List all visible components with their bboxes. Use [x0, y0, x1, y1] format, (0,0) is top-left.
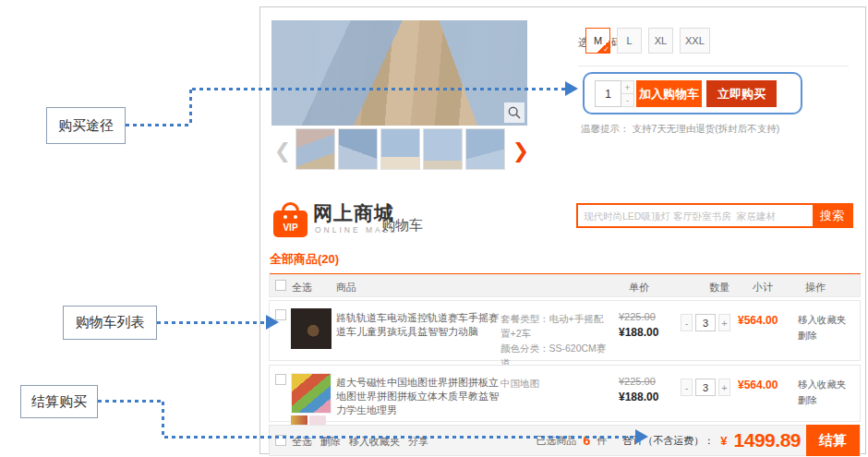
page-title: 购物车: [381, 217, 423, 235]
column-subtotal: 小计: [753, 281, 773, 295]
purchase-tip: 温馨提示： 支持7天无理由退货(拆封后不支持): [581, 123, 779, 136]
quantity-increase-button[interactable]: +: [621, 80, 634, 94]
product-specs: 中国地图: [500, 376, 609, 391]
dotted-connector: [98, 400, 163, 403]
column-quantity: 数量: [709, 281, 729, 295]
magnifier-icon: [507, 105, 522, 120]
logo-vip-text: VIP: [273, 222, 307, 233]
row-subtotal: ¥564.00: [738, 314, 778, 327]
thumbnail[interactable]: [380, 128, 420, 170]
quantity-stepper: + -: [621, 80, 634, 107]
row-actions: 移入收藏夹 删除: [798, 312, 847, 343]
dotted-connector: [162, 402, 164, 438]
spec-line: 套餐类型：电动+手摇配置+2车: [500, 311, 609, 341]
column-unit-price: 单价: [629, 281, 649, 295]
quantity-input[interactable]: [595, 80, 621, 107]
search-button[interactable]: 搜索: [813, 205, 851, 226]
row-actions: 移入收藏夹 删除: [798, 377, 847, 408]
product-image[interactable]: [291, 308, 332, 349]
cart-section-title: 全部商品(20): [270, 251, 861, 275]
shop-panel: ❮ ❯ 选择尺码: M ✓ L XL XXL + - 加入购物车 立即购买 温馨…: [259, 6, 866, 454]
price-original: ¥225.00: [619, 311, 656, 322]
add-to-cart-button[interactable]: 加入购物车: [636, 80, 702, 107]
checkout-button[interactable]: 结算: [806, 425, 860, 456]
column-select-all[interactable]: 全选: [292, 281, 312, 295]
mall-logo-bag-icon: VIP: [273, 202, 307, 237]
move-to-favorites-link[interactable]: 移入收藏夹: [798, 377, 847, 392]
thumbnail-strip: [295, 128, 508, 170]
arrow-right-icon: [565, 81, 578, 96]
quantity-value[interactable]: 3: [695, 314, 716, 331]
thumbnail[interactable]: [295, 128, 335, 170]
increase-button[interactable]: +: [718, 379, 730, 396]
total-value: 1499.89: [734, 429, 801, 451]
select-all-checkbox[interactable]: [275, 280, 286, 291]
thumbnail[interactable]: [423, 128, 463, 170]
price-current: ¥188.00: [619, 326, 658, 339]
row-checkbox[interactable]: [275, 374, 286, 385]
arrow-right-icon: [635, 429, 648, 444]
product-image[interactable]: [291, 373, 332, 414]
size-option-m[interactable]: M ✓: [585, 28, 610, 54]
size-options: M ✓ L XL XXL: [585, 28, 710, 54]
price-original: ¥225.00: [619, 376, 656, 387]
bag-dot: [294, 215, 297, 219]
delete-link[interactable]: 删除: [798, 328, 847, 343]
move-to-favorites-link[interactable]: 移入收藏夹: [798, 312, 847, 328]
cart-table-header: 全选 商品 单价 数量 小计 操作: [269, 274, 861, 297]
cart-row: 超大号磁性中国地图世界拼图拼板立地图世界拼图拼板立体木质早教益智力学生地理男 中…: [269, 365, 861, 422]
dotted-connector: [126, 124, 191, 126]
footer-summary: 已选商品 6 件 合计（不含运费）： ¥ 1499.89: [536, 426, 801, 455]
size-option-xl[interactable]: XL: [648, 28, 673, 54]
annotation-label-checkout: 结算购买: [20, 385, 98, 418]
dotted-connector: [157, 321, 266, 324]
arrow-right-icon: [266, 315, 279, 330]
product-title[interactable]: 超大号磁性中国地图世界拼图拼板立地图世界拼图拼板立体木质早教益智力学生地理男: [336, 376, 502, 417]
divider: [578, 66, 849, 66]
quantity-decrease-button[interactable]: -: [621, 94, 634, 107]
check-icon: ✓: [603, 45, 609, 54]
buy-now-button[interactable]: 立即购买: [706, 80, 777, 107]
thumbnail[interactable]: [465, 128, 505, 170]
row-quantity-stepper: - 3 +: [681, 379, 730, 396]
search-bar: 搜索: [576, 203, 853, 228]
zoom-image-button[interactable]: [504, 102, 524, 123]
product-title[interactable]: 路轨轨道车电动遥控轨道赛车手摇赛道车儿童男孩玩具益智智力动脑: [336, 311, 502, 339]
column-actions: 操作: [805, 281, 826, 295]
bag-dot: [283, 215, 287, 219]
price-current: ¥188.00: [619, 391, 658, 403]
dotted-connector: [192, 88, 565, 90]
annotation-label-cart-list: 购物车列表: [63, 306, 157, 340]
column-product: 商品: [336, 281, 356, 295]
cart-footer-bar: 全选 删除 移入收藏夹 分享 已选商品 6 件 合计（不含运费）： ¥ 1499…: [269, 425, 861, 456]
spec-line: 中国地图: [500, 376, 609, 391]
quantity-value[interactable]: 3: [695, 379, 716, 396]
cart-row: 路轨轨道车电动遥控轨道赛车手摇赛道车儿童男孩玩具益智智力动脑 套餐类型：电动+手…: [269, 300, 861, 361]
product-main-image: [271, 20, 527, 126]
dotted-connector: [164, 436, 635, 439]
row-quantity-stepper: - 3 +: [681, 314, 730, 331]
gallery-prev-button[interactable]: ❮: [273, 138, 292, 165]
size-option-l[interactable]: L: [617, 28, 642, 54]
thumbnail[interactable]: [338, 128, 378, 170]
decrease-button[interactable]: -: [681, 314, 693, 331]
delete-link[interactable]: 删除: [798, 392, 847, 408]
gallery-next-button[interactable]: ❯: [512, 138, 530, 165]
annotation-label-purchase-path: 购买途径: [46, 107, 126, 144]
decrease-button[interactable]: -: [681, 379, 693, 396]
search-input[interactable]: [578, 205, 813, 226]
dotted-connector: [189, 90, 192, 126]
size-option-xxl[interactable]: XXL: [680, 28, 710, 54]
product-specs: 套餐类型：电动+手摇配置+2车 颜色分类：SS-620CM赛道: [500, 311, 609, 370]
total-currency: ¥: [720, 434, 727, 448]
increase-button[interactable]: +: [718, 314, 730, 331]
row-subtotal: ¥564.00: [738, 379, 778, 391]
